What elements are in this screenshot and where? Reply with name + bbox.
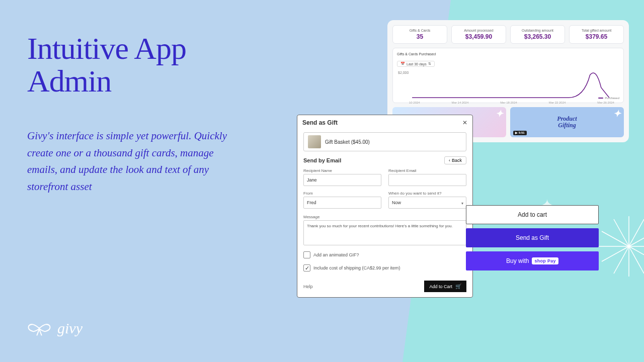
sparkle-icon: ✦	[613, 109, 621, 119]
modal-title: Send as Gift	[302, 119, 338, 126]
send-as-gift-button[interactable]: Send as Gift	[466, 228, 599, 247]
gif-checkbox-row[interactable]: Add an animated GIF?	[303, 251, 466, 258]
from-field: From	[303, 191, 381, 209]
x-axis-labels: 10 2024 Mar 14 2024 Mar 18 2024 Mar 22 2…	[397, 101, 619, 104]
checkbox-label: Include cost of shipping (CA$2.99 per it…	[313, 265, 400, 270]
back-label: Back	[452, 158, 462, 163]
product-thumbnail	[308, 135, 321, 148]
stat-value: 35	[395, 33, 445, 40]
stat-value: $3,265.30	[513, 33, 562, 40]
stat-label: Total gifted amount	[572, 29, 621, 32]
stat-label: Outstanding amount	[513, 29, 562, 32]
x-tick: Mar 14 2024	[452, 101, 469, 104]
hero-headline: Intuitive App Admin	[27, 32, 186, 98]
stat-card: Amount processed $3,459.90	[451, 25, 506, 44]
x-tick: Mar 18 2024	[500, 101, 517, 104]
field-label: Recipient Name	[303, 168, 381, 173]
when-field: When do you want to send it?	[388, 191, 466, 209]
button-label: Buy with	[506, 257, 529, 264]
help-link[interactable]: Help	[303, 284, 313, 289]
stat-card: Total gifted amount $379.65	[569, 25, 624, 44]
stat-value: $3,459.90	[454, 33, 504, 40]
field-label: Message	[303, 215, 466, 219]
from-input[interactable]	[303, 197, 381, 209]
send-as-gift-modal: Send as Gift ✕ Gift Basket ($45.00) Send…	[297, 115, 473, 298]
chart-card: Gifts & Cards Purchased 📅 Last 30 days ⇅…	[392, 48, 624, 103]
bow-icon	[27, 320, 51, 336]
brand-logo: givy	[27, 320, 83, 337]
shipping-checkbox-row[interactable]: ✓ Include cost of shipping (CA$2.99 per …	[303, 264, 466, 272]
back-button[interactable]: ‹ Back	[444, 156, 466, 164]
chart-title: Gifts & Cards Purchased	[397, 52, 619, 56]
date-range-label: Last 30 days	[407, 62, 427, 66]
tile-product-gifting[interactable]: Product Gifting ✦ ▶ 5:51	[510, 107, 624, 137]
stat-card: Gifts & Cards 35	[392, 25, 447, 44]
add-to-cart-button[interactable]: Add to Cart 🛒	[424, 281, 466, 292]
chevron-left-icon: ‹	[449, 158, 450, 163]
video-duration-badge: ▶ 5:51	[513, 131, 527, 135]
stat-label: Amount processed	[454, 29, 504, 32]
burst-decor-icon	[599, 216, 644, 277]
hero-subcopy: Givy's interface is simple yet powerful.…	[27, 128, 238, 195]
chart-body: $2,000	[397, 70, 619, 100]
chart-line	[397, 70, 619, 100]
recipient-name-field: Recipient Name	[303, 168, 381, 186]
stat-label: Gifts & Cards	[395, 29, 445, 32]
checkbox-icon[interactable]	[303, 251, 310, 258]
field-label: When do you want to send it?	[388, 191, 466, 196]
x-tick: Mar 26 2024	[597, 101, 614, 104]
recipient-email-field: Recipient Email	[388, 168, 466, 186]
modal-body: Gift Basket ($45.00) Send by Email ‹ Bac…	[297, 130, 472, 277]
button-label: Add to Cart	[429, 284, 452, 289]
form-grid: Recipient Name Recipient Email From When…	[303, 168, 466, 245]
shop-pay-badge: shop Pay	[532, 257, 558, 264]
stat-value: $379.65	[572, 33, 621, 40]
stat-card: Outstanding amount $3,265.30	[510, 25, 565, 44]
field-label: Recipient Email	[388, 168, 466, 173]
recipient-email-input[interactable]	[388, 174, 466, 186]
checkbox-label: Add an animated GIF?	[313, 252, 359, 257]
brand-name: givy	[57, 320, 83, 337]
headline-line2: Admin	[27, 64, 111, 98]
sparkle-icon: ✦	[496, 109, 503, 119]
close-icon[interactable]: ✕	[462, 119, 467, 126]
section-title: Send by Email	[303, 157, 341, 163]
select-caret-icon: ⇅	[428, 62, 431, 66]
recipient-name-input[interactable]	[303, 174, 381, 186]
legend-label: Purchased	[605, 97, 619, 100]
x-tick: 10 2024	[409, 101, 420, 104]
product-name: Gift Basket ($45.00)	[325, 139, 370, 145]
product-row: Gift Basket ($45.00)	[303, 132, 466, 151]
section-row: Send by Email ‹ Back	[303, 156, 466, 164]
cart-icon: 🛒	[455, 284, 461, 289]
calendar-icon: 📅	[400, 62, 405, 66]
stats-row: Gifts & Cards 35 Amount processed $3,459…	[392, 25, 624, 44]
modal-header: Send as Gift ✕	[297, 115, 472, 130]
date-range-select[interactable]: 📅 Last 30 days ⇅	[397, 61, 435, 67]
tile-label: Product Gifting	[557, 116, 577, 129]
x-tick: Mar 22 2024	[549, 101, 566, 104]
message-textarea[interactable]: Thank you so much for your recent contri…	[303, 220, 466, 245]
message-field: Message Thank you so much for your recen…	[303, 215, 466, 245]
field-label: From	[303, 191, 381, 196]
legend-swatch	[598, 98, 603, 99]
add-to-cart-button[interactable]: Add to cart	[466, 205, 599, 224]
when-select[interactable]	[388, 197, 466, 209]
cta-stack: Add to cart Send as Gift Buy with shop P…	[466, 205, 599, 270]
chart-legend: Purchased	[598, 97, 619, 100]
checkbox-checked-icon[interactable]: ✓	[303, 264, 310, 272]
buy-with-shop-pay-button[interactable]: Buy with shop Pay	[466, 251, 599, 270]
modal-footer: Help Add to Cart 🛒	[297, 277, 472, 297]
headline-line1: Intuitive App	[27, 31, 186, 65]
